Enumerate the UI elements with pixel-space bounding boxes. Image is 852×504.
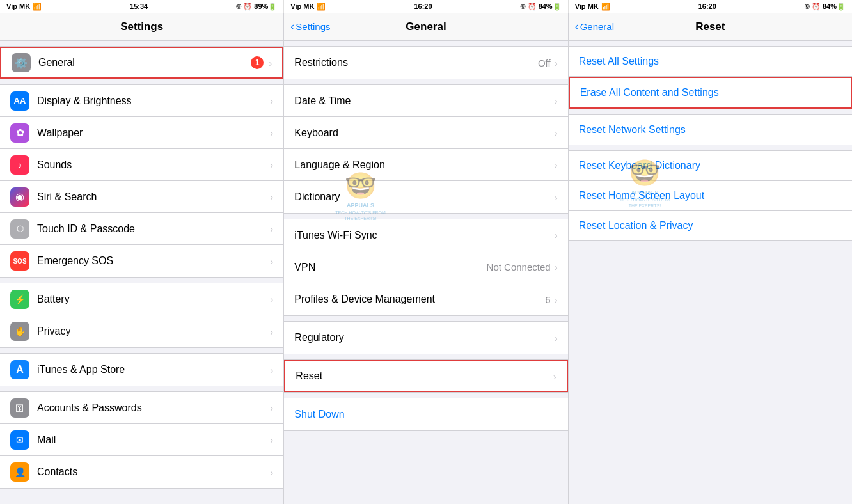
vpn-value: Not Connected	[487, 262, 551, 272]
display-chevron: ›	[270, 95, 273, 106]
privacy-icon: ✋	[10, 322, 29, 341]
vpn-label: VPN	[294, 262, 486, 273]
general-item-shutdown[interactable]: Shut Down	[284, 398, 567, 430]
general-item-reset[interactable]: Reset ›	[284, 360, 567, 392]
reset-item-network[interactable]: Reset Network Settings	[569, 115, 852, 145]
status-bars: Vip MK 📶 15:34 © ⏰ 89%🔋 Vip MK 📶 16:20 ©…	[0, 0, 852, 13]
settings-item-contacts[interactable]: 👤 Contacts ›	[0, 456, 283, 488]
status-bar-1: Vip MK 📶 15:34 © ⏰ 89%🔋	[0, 0, 284, 13]
profiles-chevron: ›	[555, 294, 558, 305]
contacts-label: Contacts	[37, 466, 270, 478]
itunes-label: iTunes Wi-Fi Sync	[294, 230, 554, 241]
profiles-value: 6	[545, 294, 550, 305]
reset-group-1: Reset All Settings Erase All Content and…	[569, 46, 852, 109]
general-item-dictionary[interactable]: Dictionary ›	[284, 181, 567, 213]
regulatory-label: Regulatory	[294, 332, 554, 343]
settings-item-touchid[interactable]: ⬡ Touch ID & Passcode ›	[0, 213, 283, 245]
general-item-regulatory[interactable]: Regulatory ›	[284, 322, 567, 354]
general-item-vpn[interactable]: VPN Not Connected ›	[284, 251, 567, 283]
nav-back-3[interactable]: ‹ General	[575, 20, 614, 33]
wifi-icon-3: 📶	[601, 3, 610, 11]
wallpaper-label: Wallpaper	[37, 127, 270, 139]
reset-item-all-settings[interactable]: Reset All Settings	[569, 47, 852, 77]
status-right-3: © ⏰ 84%🔋	[805, 3, 846, 11]
nav-title-1: Settings	[120, 20, 163, 33]
alarm-icon-3: ⏰	[812, 3, 821, 11]
accounts-chevron: ›	[270, 402, 273, 413]
settings-item-siri[interactable]: ◉ Siri & Search ›	[0, 181, 283, 213]
keyboard-label: Keyboard	[294, 127, 554, 139]
battery-3: 84%🔋	[823, 3, 846, 11]
reset-item-homescreen[interactable]: Reset Home Screen Layout	[569, 181, 852, 211]
status-bar-3: Vip MK 📶 16:20 © ⏰ 84%🔋	[569, 0, 852, 13]
general-panel: 🤓 APPUALS TECH HOW-TO'S FROMTHE EXPERTS!…	[284, 41, 568, 504]
general-group-regulatory: Regulatory ›	[284, 321, 567, 354]
settings-item-accounts[interactable]: ⚿ Accounts & Passwords ›	[0, 392, 283, 424]
nav-back-label-2: Settings	[296, 21, 330, 32]
reset-item-erase[interactable]: Erase All Content and Settings	[569, 77, 852, 109]
reset-panel: 🤓 APPUALS TECH HOW-TO'S FROMTHE EXPERTS!…	[569, 41, 852, 504]
general-chevron: ›	[269, 58, 272, 68]
nav-back-2[interactable]: ‹ Settings	[290, 20, 330, 33]
general-item-restrictions[interactable]: Restrictions Off ›	[284, 47, 567, 79]
accounts-label: Accounts & Passwords	[37, 402, 270, 414]
main-content: ⚙️ General 1 › AA Display & Brightness ›…	[0, 41, 852, 504]
general-item-itunes[interactable]: iTunes Wi-Fi Sync ›	[284, 219, 567, 251]
reset-item-keyboard[interactable]: Reset Keyboard Dictionary	[569, 151, 852, 181]
general-badge: 1	[251, 56, 264, 69]
settings-item-privacy[interactable]: ✋ Privacy ›	[0, 315, 283, 347]
general-item-language[interactable]: Language & Region ›	[284, 149, 567, 181]
regulatory-chevron: ›	[555, 333, 558, 343]
mail-icon: ✉	[10, 430, 29, 450]
carrier-1: Vip MK	[6, 3, 30, 10]
accounts-icon: ⚿	[10, 398, 29, 418]
settings-group-appstore: A iTunes & App Store ›	[0, 353, 283, 386]
language-chevron: ›	[555, 159, 558, 170]
alarm-icon-1: ⏰	[243, 3, 252, 11]
siri-chevron: ›	[270, 191, 273, 202]
general-icon: ⚙️	[12, 53, 31, 72]
sounds-label: Sounds	[37, 159, 270, 171]
touchid-chevron: ›	[270, 223, 273, 234]
dictionary-chevron: ›	[555, 192, 558, 203]
copyright-icon-2: ©	[521, 3, 526, 10]
time-2: 16:20	[414, 3, 432, 10]
settings-item-mail[interactable]: ✉ Mail ›	[0, 424, 283, 456]
settings-item-appstore[interactable]: A iTunes & App Store ›	[0, 354, 283, 386]
general-item-datetime[interactable]: Date & Time ›	[284, 85, 567, 117]
sounds-chevron: ›	[270, 159, 273, 170]
mail-label: Mail	[37, 434, 270, 446]
general-label: General	[38, 57, 251, 68]
restrictions-value: Off	[538, 58, 551, 68]
status-right-1: © ⏰ 89%🔋	[236, 3, 277, 11]
settings-group-general: ⚙️ General 1 ›	[0, 46, 283, 79]
settings-item-sos[interactable]: SOS Emergency SOS ›	[0, 245, 283, 277]
nav-bar-3: ‹ General Reset	[569, 13, 852, 40]
reset-item-location[interactable]: Reset Location & Privacy	[569, 211, 852, 240]
reset-chevron: ›	[553, 371, 556, 382]
alarm-icon-2: ⏰	[528, 3, 537, 11]
general-group-itunes: iTunes Wi-Fi Sync › VPN Not Connected › …	[284, 219, 567, 316]
status-bar-2: Vip MK 📶 16:20 © ⏰ 84%🔋	[284, 0, 568, 13]
siri-icon: ◉	[10, 187, 29, 207]
status-left-1: Vip MK 📶	[6, 3, 42, 11]
settings-item-wallpaper[interactable]: ✿ Wallpaper ›	[0, 117, 283, 149]
time-1: 15:34	[130, 3, 148, 10]
general-item-keyboard[interactable]: Keyboard ›	[284, 117, 567, 149]
settings-item-general[interactable]: ⚙️ General 1 ›	[0, 47, 283, 79]
general-item-profiles[interactable]: Profiles & Device Management 6 ›	[284, 283, 567, 315]
nav-title-3: Reset	[695, 20, 725, 33]
shutdown-label: Shut Down	[294, 409, 557, 420]
battery-1: 89%🔋	[254, 3, 277, 11]
settings-item-battery[interactable]: ⚡ Battery ›	[0, 283, 283, 315]
general-group-reset: Reset ›	[284, 359, 567, 393]
settings-item-sounds[interactable]: ♪ Sounds ›	[0, 149, 283, 181]
wallpaper-icon: ✿	[10, 123, 29, 143]
settings-item-display[interactable]: AA Display & Brightness ›	[0, 85, 283, 117]
sos-label: Emergency SOS	[37, 255, 270, 267]
general-group-restrictions: Restrictions Off ›	[284, 46, 567, 79]
restrictions-label: Restrictions	[294, 57, 538, 68]
datetime-label: Date & Time	[294, 95, 554, 107]
copyright-icon-3: ©	[805, 3, 810, 10]
nav-bar-1: Settings	[0, 13, 284, 40]
